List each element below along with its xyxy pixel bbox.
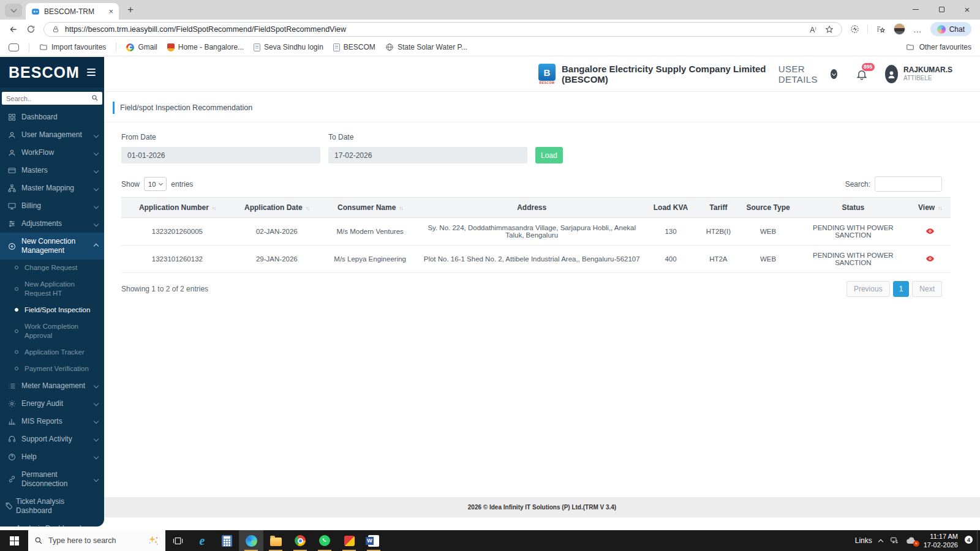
menu-toggle-icon[interactable] (87, 69, 96, 76)
bookmark-import-favourites[interactable]: Import favourites (39, 43, 106, 51)
submenu-new-application-request-ht[interactable]: New Application Request HT (0, 276, 104, 302)
taskbar-search[interactable]: Type here to search (28, 530, 165, 551)
submenu-work-completion-approval[interactable]: Work Completion Approval (0, 318, 104, 344)
browser-profile-avatar[interactable] (894, 23, 905, 35)
sidebar-item-help[interactable]: Help (0, 448, 104, 466)
new-tab-button[interactable]: + (123, 2, 138, 18)
sidebar-item-ticket-analysis-dashboard[interactable]: Ticket Analysis Dashboard (0, 493, 104, 520)
sidebar-item-workflow[interactable]: WorkFlow (0, 144, 104, 162)
col-view[interactable]: View↑↓ (909, 198, 951, 218)
url-field[interactable]: https://bescom.trm.ieasybill.com/FieldSp… (43, 22, 842, 37)
col-application-number[interactable]: Application Number↑↓ (121, 198, 233, 218)
sidebar-item-master-mapping[interactable]: Master Mapping (0, 179, 104, 197)
sidebar-item-new-connection-management[interactable]: New Connection Management (0, 233, 104, 260)
edge-button[interactable] (239, 530, 263, 551)
page-number-button[interactable]: 1 (893, 281, 910, 297)
refresh-icon[interactable] (26, 24, 36, 34)
sidebar-item-masters[interactable]: Masters (0, 162, 104, 179)
sidebar-item-user-management[interactable]: User Management (0, 126, 104, 144)
task-view-button[interactable] (165, 530, 190, 551)
sidebar-item-dashboard[interactable]: Dashboard (0, 108, 104, 126)
col-source-type[interactable]: Source Type (739, 198, 797, 218)
table-row: 1323201260005 02-JAN-2026 M/s Modern Ven… (121, 218, 951, 246)
notification-badge: 895 (862, 63, 875, 71)
cell-address: Sy. No. 224, Doddathimmasandra Village, … (420, 218, 644, 246)
sidebar-item-mis-reports[interactable]: MIS Reports (0, 413, 104, 430)
col-load-kva[interactable]: Load KVA (644, 198, 698, 218)
maximize-button[interactable] (929, 0, 954, 18)
user-avatar[interactable] (885, 65, 898, 83)
from-date-input[interactable] (121, 147, 320, 163)
cell-consumer-name: M/s Modern Ventures (320, 218, 420, 246)
view-eye-icon[interactable] (925, 227, 935, 236)
show-entries-group: Show 10 entries (121, 177, 193, 191)
sidebar-item-support-activity[interactable]: Support Activity (0, 430, 104, 448)
misc-app-button[interactable] (337, 530, 361, 551)
search-icon[interactable] (91, 94, 99, 102)
tray-expand-icon[interactable] (878, 539, 883, 544)
sidebar-item-analysis-dashboard[interactable]: Analysis Dashboard (0, 520, 104, 527)
bookmark-gmail[interactable]: Gmail (126, 43, 157, 51)
chrome-button[interactable] (288, 530, 312, 551)
sidebar-item-energy-audit[interactable]: Energy Audit (0, 395, 104, 413)
sidebar-item-billing[interactable]: Billing (0, 197, 104, 215)
chevron-down-icon (94, 132, 99, 137)
browser-menu-icon[interactable]: … (913, 24, 922, 34)
internet-explorer-button[interactable]: e (190, 530, 214, 551)
submenu-field-spot-inspection[interactable]: Field/Spot Inspection (0, 302, 104, 318)
bullet-icon (15, 367, 18, 370)
submenu-application-tracker[interactable]: Application Tracker (0, 344, 104, 361)
back-icon[interactable] (9, 24, 18, 34)
minimize-button[interactable] (903, 0, 929, 18)
read-aloud-icon[interactable]: A₎ (810, 24, 816, 34)
bookmark-bescom[interactable]: BESCOM (333, 43, 375, 51)
word-button[interactable] (361, 530, 386, 551)
previous-page-button[interactable]: Previous (846, 281, 890, 297)
col-status[interactable]: Status (797, 198, 909, 218)
browser-essentials-icon[interactable] (850, 24, 859, 34)
close-button[interactable]: × (954, 0, 980, 18)
copilot-chat-button[interactable]: Chat (930, 22, 971, 36)
load-button[interactable]: Load (535, 147, 563, 163)
links-toolbar-label[interactable]: Links (855, 536, 872, 545)
table-search-input[interactable] (875, 176, 942, 192)
user-details-dropdown[interactable]: USER DETAILS (778, 64, 837, 84)
bookmark-seva-sindhu[interactable]: Seva Sindhu login (254, 43, 323, 51)
browser-tab[interactable]: BESCOM-TRM × (26, 3, 119, 20)
bookmark-state-solar[interactable]: State Solar Water P... (385, 43, 467, 51)
col-tariff[interactable]: Tariff (698, 198, 739, 218)
to-date-input[interactable] (328, 147, 527, 163)
sidebar-item-adjustments[interactable]: Adjustments (0, 215, 104, 233)
next-page-button[interactable]: Next (912, 281, 942, 297)
calculator-button[interactable] (214, 530, 239, 551)
view-eye-icon[interactable] (925, 254, 935, 263)
sidebar-item-meter-management[interactable]: Meter Management (0, 377, 104, 395)
favorite-star-icon[interactable] (825, 25, 834, 34)
workspaces-icon[interactable] (9, 43, 19, 51)
taskbar-clock[interactable]: 11:17 AM 17-02-2026 (924, 532, 958, 550)
other-favourites-button[interactable]: Other favourites (906, 43, 971, 51)
file-explorer-button[interactable] (263, 530, 288, 551)
submenu-payment-verification[interactable]: Payment Verification (0, 361, 104, 377)
col-address[interactable]: Address (420, 198, 644, 218)
tab-actions-button[interactable] (5, 4, 22, 17)
col-application-date[interactable]: Application Date↑↓ (233, 198, 320, 218)
show-desktop-button[interactable] (977, 530, 980, 551)
showing-entries-text: Showing 1 to 2 of 2 entries (121, 285, 208, 293)
favourites-hub-icon[interactable] (876, 24, 886, 34)
notifications-button[interactable]: 895 (856, 68, 868, 81)
network-icon[interactable] (889, 536, 899, 545)
tab-close-icon[interactable]: × (108, 7, 113, 15)
whatsapp-button[interactable] (312, 530, 337, 551)
sidebar-item-permanent-disconnection[interactable]: Permanent Disconnection (0, 466, 104, 493)
onedrive-status-icon[interactable]: × (906, 537, 917, 545)
sidebar-search-input[interactable] (2, 92, 102, 105)
start-button[interactable] (0, 530, 28, 551)
show-label: Show (121, 180, 140, 189)
bookmark-home-bangalore[interactable]: Home - Bangalore... (167, 43, 244, 51)
taskbar-time: 11:17 AM (924, 532, 958, 541)
page-size-select[interactable]: 10 (144, 177, 167, 191)
taskbar-search-placeholder: Type here to search (48, 536, 116, 545)
submenu-change-request[interactable]: Change Request (0, 260, 104, 276)
col-consumer-name[interactable]: Consumer Name↑↓ (320, 198, 420, 218)
